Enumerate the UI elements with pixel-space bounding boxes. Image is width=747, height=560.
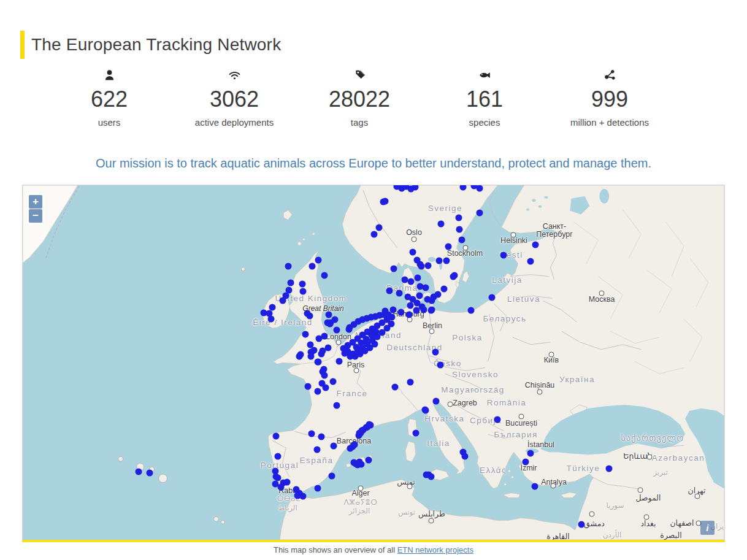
project-marker[interactable] — [334, 327, 340, 334]
project-marker[interactable] — [366, 421, 373, 428]
etn-projects-link[interactable]: ETN network projects — [397, 545, 473, 554]
project-marker[interactable] — [468, 307, 475, 314]
project-marker[interactable] — [371, 231, 378, 238]
project-marker[interactable] — [606, 466, 613, 472]
project-marker[interactable] — [323, 385, 329, 391]
project-marker[interactable] — [308, 431, 315, 437]
project-marker[interactable] — [527, 258, 534, 265]
project-marker[interactable] — [315, 485, 321, 492]
project-marker[interactable] — [309, 263, 316, 270]
project-marker[interactable] — [328, 320, 334, 326]
zoom-out-button[interactable]: − — [29, 209, 42, 223]
project-marker[interactable] — [330, 378, 337, 385]
project-marker[interactable] — [331, 443, 337, 450]
project-marker[interactable] — [396, 290, 403, 297]
project-marker[interactable] — [315, 257, 322, 264]
project-marker[interactable] — [329, 473, 335, 480]
project-marker[interactable] — [351, 442, 358, 448]
project-marker[interactable] — [376, 224, 383, 231]
project-marker[interactable] — [261, 310, 267, 316]
project-marker[interactable] — [334, 402, 340, 409]
project-marker[interactable] — [441, 286, 448, 293]
project-marker[interactable] — [278, 484, 285, 491]
project-marker[interactable] — [407, 379, 414, 386]
project-marker[interactable] — [428, 474, 435, 480]
project-marker[interactable] — [438, 221, 445, 228]
project-marker[interactable] — [423, 407, 429, 414]
project-marker[interactable] — [373, 329, 380, 336]
project-marker[interactable] — [311, 347, 318, 354]
project-marker[interactable] — [380, 199, 387, 205]
project-marker[interactable] — [408, 278, 415, 285]
project-marker[interactable] — [300, 493, 307, 500]
project-marker[interactable] — [297, 351, 304, 358]
project-marker[interactable] — [477, 210, 483, 217]
project-marker[interactable] — [407, 302, 414, 309]
project-marker[interactable] — [532, 483, 538, 490]
project-marker[interactable] — [436, 258, 443, 264]
project-marker[interactable] — [388, 321, 395, 328]
europe-map[interactable]: + − i SverigeEestiLatvijaLietuvaБеларусь… — [22, 185, 725, 542]
project-marker[interactable] — [315, 359, 321, 366]
project-marker[interactable] — [445, 244, 452, 250]
project-marker[interactable] — [353, 344, 360, 351]
project-marker[interactable] — [300, 288, 307, 295]
project-marker[interactable] — [346, 326, 353, 333]
project-marker[interactable] — [342, 350, 348, 357]
project-marker[interactable] — [288, 280, 294, 286]
project-marker[interactable] — [275, 453, 282, 460]
project-marker[interactable] — [456, 215, 462, 221]
project-marker[interactable] — [421, 307, 427, 313]
project-marker[interactable] — [527, 450, 534, 457]
project-marker[interactable] — [500, 252, 507, 259]
project-marker[interactable] — [456, 226, 463, 233]
project-marker[interactable] — [398, 309, 405, 316]
project-marker[interactable] — [314, 447, 321, 453]
project-marker[interactable] — [431, 294, 437, 301]
project-marker[interactable] — [451, 272, 458, 279]
zoom-in-button[interactable]: + — [29, 195, 42, 209]
project-marker[interactable] — [302, 331, 309, 338]
project-marker[interactable] — [386, 288, 393, 294]
project-marker[interactable] — [283, 293, 289, 299]
project-marker[interactable] — [321, 272, 328, 279]
project-marker[interactable] — [415, 275, 421, 282]
project-marker[interactable] — [268, 316, 275, 323]
project-marker[interactable] — [315, 388, 321, 395]
project-marker[interactable] — [326, 312, 332, 318]
project-marker[interactable] — [273, 433, 280, 440]
project-marker[interactable] — [336, 358, 343, 365]
project-marker[interactable] — [428, 307, 435, 314]
project-marker[interactable] — [316, 336, 323, 342]
project-marker[interactable] — [413, 430, 419, 437]
project-marker[interactable] — [321, 372, 328, 379]
project-marker[interactable] — [358, 461, 365, 468]
project-marker[interactable] — [318, 351, 325, 358]
project-marker[interactable] — [410, 249, 416, 256]
project-marker[interactable] — [284, 479, 291, 486]
project-marker[interactable] — [299, 281, 306, 288]
project-marker[interactable] — [147, 470, 153, 477]
project-marker[interactable] — [351, 459, 358, 466]
attribution-button[interactable]: i — [700, 521, 714, 535]
project-marker[interactable] — [437, 362, 444, 369]
project-marker[interactable] — [418, 263, 425, 270]
project-marker[interactable] — [392, 384, 399, 391]
project-marker[interactable] — [366, 457, 372, 464]
project-marker[interactable] — [532, 242, 539, 248]
project-marker[interactable] — [391, 266, 397, 272]
project-marker[interactable] — [305, 383, 312, 390]
project-marker[interactable] — [413, 307, 420, 314]
project-marker[interactable] — [307, 313, 313, 320]
project-marker[interactable] — [423, 285, 429, 291]
project-marker[interactable] — [459, 237, 465, 244]
project-marker[interactable] — [136, 469, 142, 475]
project-marker[interactable] — [462, 453, 469, 460]
project-marker[interactable] — [523, 459, 529, 466]
project-marker[interactable] — [489, 294, 496, 301]
project-marker[interactable] — [325, 345, 332, 351]
project-marker[interactable] — [285, 263, 292, 270]
project-marker[interactable] — [416, 293, 423, 299]
project-marker[interactable] — [432, 349, 439, 356]
project-marker[interactable] — [578, 521, 585, 528]
